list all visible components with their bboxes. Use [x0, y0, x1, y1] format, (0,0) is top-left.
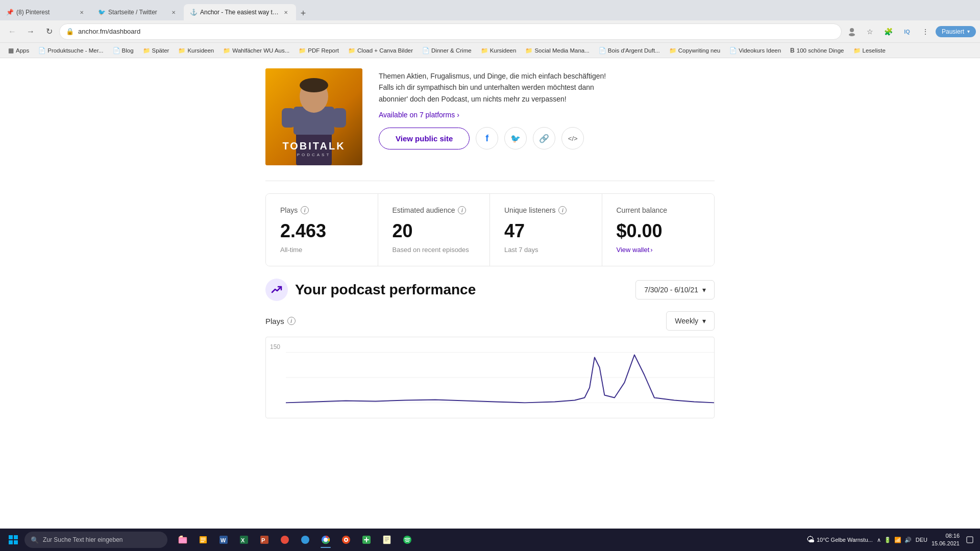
- taskbar-weather[interactable]: 🌤 10°C Gelbe Warnstu...: [806, 535, 873, 544]
- bookmark-blog[interactable]: 📄 Blog: [109, 46, 138, 55]
- taskbar-spotify[interactable]: [398, 531, 416, 549]
- taskbar-app6[interactable]: [276, 531, 294, 549]
- podcast-header: TOBITALK PODCAST Themen Aktien, Frugalis…: [265, 58, 715, 181]
- tab-close-pinterest[interactable]: ✕: [78, 8, 86, 16]
- bookmark-dinner-label: Dinner & Crime: [431, 47, 472, 54]
- weekly-dropdown[interactable]: Weekly ▾: [666, 311, 715, 331]
- notification-button[interactable]: [964, 534, 976, 546]
- embed-code-button[interactable]: </>: [561, 127, 584, 149]
- battery-icon: 🔋: [884, 537, 891, 543]
- bookmark-kursideen2[interactable]: 📁 Kursideen: [477, 46, 521, 55]
- plays-info-icon[interactable]: i: [301, 206, 309, 214]
- taskbar-excel[interactable]: X: [235, 531, 253, 549]
- podcast-cover: TOBITALK PODCAST: [265, 68, 362, 165]
- action-row: View public site f 🐦 🔗 </>: [379, 127, 715, 149]
- bookmark-bois[interactable]: 📄 Bois d'Argent Duft...: [595, 46, 664, 55]
- listeners-info-icon[interactable]: i: [558, 206, 567, 214]
- bookmark-produktsuche[interactable]: 📄 Produktsuche - Mer...: [34, 46, 107, 55]
- weekly-chevron: ▾: [702, 317, 706, 325]
- bookmark-spaeter[interactable]: 📁 Später: [139, 46, 174, 55]
- bookmark-videokurs[interactable]: 📄 Videokurs Ideen: [725, 46, 785, 55]
- taskbar-search-text: Zur Suche Text hier eingeben: [43, 536, 123, 543]
- taskbar-clock[interactable]: 08:16 15.06.2021: [932, 532, 960, 548]
- star-button[interactable]: ☆: [862, 23, 878, 40]
- tab-favicon-pinterest: 📌: [6, 9, 13, 16]
- view-public-site-button[interactable]: View public site: [379, 128, 470, 149]
- plays-value: 2.463: [280, 220, 363, 242]
- taskbar-powerpoint[interactable]: P: [255, 531, 274, 549]
- taskbar-app10[interactable]: [357, 531, 376, 549]
- bookmark-socialmedia[interactable]: 📁 Social Media Mana...: [521, 46, 593, 55]
- taskbar-file-explorer[interactable]: [174, 531, 192, 549]
- taskbar-files[interactable]: [194, 531, 212, 549]
- forward-button[interactable]: →: [22, 23, 39, 40]
- bookmark-kursideen1-label: Kursideen: [187, 47, 214, 54]
- platforms-link[interactable]: Available on 7 platforms ›: [379, 111, 715, 119]
- taskbar-app7[interactable]: [296, 531, 314, 549]
- bookmark-copywriting-icon: 📁: [669, 47, 676, 54]
- taskbar-search-box[interactable]: 🔍 Zur Suche Text hier eingeben: [24, 532, 167, 548]
- bookmark-leseliste-label: Leseliste: [863, 47, 886, 54]
- page-scroll[interactable]: TOBITALK PODCAST Themen Aktien, Frugalis…: [0, 58, 980, 529]
- tab-favicon-twitter: 🐦: [98, 9, 105, 16]
- bookmark-100schone-label: 100 schöne Dinge: [797, 47, 844, 54]
- sys-tray: ∧ 🔋 📶 🔊: [877, 537, 912, 543]
- date-range-dropdown[interactable]: 7/30/20 - 6/10/21 ▾: [635, 280, 715, 299]
- bookmark-kursideen2-label: Kursideen: [490, 47, 517, 54]
- menu-button[interactable]: ⋮: [917, 23, 934, 40]
- address-url: anchor.fm/dashboard: [78, 28, 835, 35]
- weather-icon: 🌤: [806, 535, 815, 544]
- tab-close-anchor[interactable]: ✕: [282, 8, 290, 16]
- taskbar-app9[interactable]: [337, 531, 355, 549]
- taskbar-language[interactable]: DEU: [916, 537, 927, 543]
- bookmark-wahlfaecher[interactable]: 📁 Wahlfächer WU Aus...: [219, 46, 293, 55]
- taskbar-app-icons: W X P: [174, 531, 416, 549]
- bookmark-apps[interactable]: ▦ Apps: [4, 46, 33, 55]
- refresh-button[interactable]: ↻: [41, 23, 57, 40]
- tab-pinterest[interactable]: 📌 (8) Pinterest ✕: [0, 4, 92, 20]
- bookmark-leseliste[interactable]: 📁 Leseliste: [849, 46, 890, 55]
- facebook-button[interactable]: f: [476, 127, 498, 149]
- balance-value: $0.00: [617, 220, 700, 242]
- tab-twitter[interactable]: 🐦 Startseite / Twitter ✕: [92, 4, 184, 20]
- svg-rect-20: [201, 541, 204, 542]
- weather-text: 10°C Gelbe Warnstu...: [817, 537, 873, 543]
- address-bar[interactable]: 🔒 anchor.fm/dashboard: [59, 23, 842, 40]
- bookmark-dinner[interactable]: 📄 Dinner & Crime: [418, 46, 476, 55]
- audience-info-icon[interactable]: i: [458, 206, 466, 214]
- app6-icon: [280, 535, 290, 545]
- new-tab-button[interactable]: +: [296, 6, 310, 20]
- account-button[interactable]: Pausiert ▾: [936, 26, 976, 37]
- profile-icon: [847, 27, 857, 37]
- network-icon: 📶: [894, 537, 901, 543]
- iq-button[interactable]: IQ: [899, 23, 915, 40]
- start-button[interactable]: [4, 531, 22, 549]
- back-button[interactable]: ←: [4, 23, 20, 40]
- taskbar-word[interactable]: W: [214, 531, 233, 549]
- bookmark-copywriting[interactable]: 📁 Copywriting neu: [665, 46, 724, 55]
- svg-rect-19: [201, 540, 206, 541]
- taskbar-chrome[interactable]: [316, 531, 335, 549]
- view-wallet-link[interactable]: View wallet ›: [617, 246, 700, 254]
- extensions-button[interactable]: 🧩: [880, 23, 897, 40]
- tab-anchor[interactable]: ⚓ Anchor - The easiest way to mai... ✕: [184, 4, 296, 20]
- windows-icon: [8, 535, 18, 545]
- bookmark-cloud[interactable]: 📁 Cload + Canva Bilder: [344, 46, 417, 55]
- bookmark-pdf[interactable]: 📁 PDF Report: [295, 46, 343, 55]
- chart-y-label: 150: [270, 343, 280, 350]
- bookmark-kursideen1-icon: 📁: [178, 47, 185, 54]
- plays-row: Plays i Weekly ▾: [265, 311, 715, 331]
- date-range-value: 7/30/20 - 6/10/21: [644, 286, 698, 294]
- bookmark-copywriting-label: Copywriting neu: [678, 47, 720, 54]
- twitter-button[interactable]: 🐦: [504, 127, 527, 149]
- bookmark-100schone[interactable]: B 100 schöne Dinge: [786, 46, 848, 55]
- link-copy-button[interactable]: 🔗: [533, 127, 555, 149]
- tab-close-twitter[interactable]: ✕: [169, 8, 178, 16]
- user-profile-button[interactable]: [844, 23, 860, 40]
- podcast-info: Themen Aktien, Frugalismus, und Dinge, d…: [379, 68, 715, 165]
- taskbar-notepad[interactable]: [378, 531, 396, 549]
- svg-text:W: W: [220, 537, 226, 543]
- bookmark-kursideen1[interactable]: 📁 Kursideen: [174, 46, 218, 55]
- bookmark-dinner-icon: 📄: [422, 47, 429, 54]
- chart-plays-info-icon[interactable]: i: [287, 317, 296, 325]
